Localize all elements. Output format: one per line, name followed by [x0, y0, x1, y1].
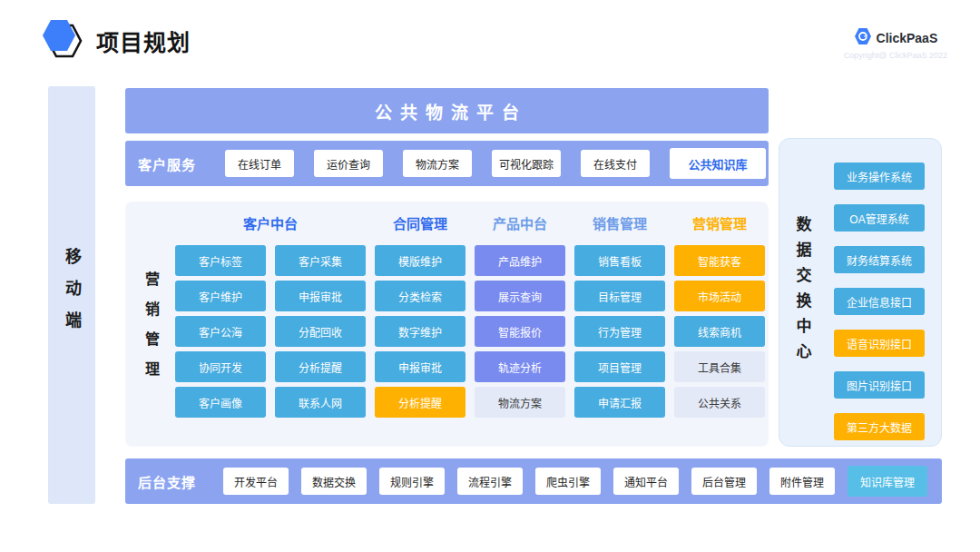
data-exchange-center-panel: 数据交换中心 业务操作系统 OA管理系统 财务结算系统 企业信息接口 语音识别接…: [779, 138, 942, 447]
hexagon-logo-icon: [42, 18, 85, 64]
header-marketing-management: 营销管理: [674, 212, 765, 232]
bs-button-notify-platform[interactable]: 通知平台: [613, 468, 679, 495]
grid-cell[interactable]: 客户公海: [175, 316, 266, 347]
marketing-management-side-label-wrap: 营销管理: [132, 245, 169, 418]
grid-column-headers: 客户中台 合同管理 产品中台 销售管理 营销管理: [175, 212, 765, 232]
bs-button-rule-engine[interactable]: 规则引擎: [379, 468, 445, 495]
backend-support-row: 后台支撑 开发平台 数据交换 规则引擎 流程引擎 爬虫引擎 通知平台 后台管理 …: [125, 458, 942, 504]
data-exchange-buttons: 业务操作系统 OA管理系统 财务结算系统 企业信息接口 语音识别接口 图片识别接…: [834, 163, 925, 440]
grid-cell[interactable]: 客户采集: [275, 245, 366, 276]
mobile-side-bar: 移动端: [48, 86, 95, 504]
bs-button-crawler-engine[interactable]: 爬虫引擎: [535, 468, 601, 495]
de-button-oa-management-system[interactable]: OA管理系统: [834, 204, 925, 232]
app-header: 项目规划: [42, 18, 191, 64]
banner-label: 公共物流平台: [367, 99, 527, 123]
page-title: 项目规划: [96, 25, 191, 57]
grid-cell[interactable]: 物流方案: [475, 387, 565, 418]
grid-cell[interactable]: 智能报价: [475, 316, 565, 347]
bs-button-dev-platform[interactable]: 开发平台: [223, 468, 289, 495]
grid-cell[interactable]: 项目管理: [574, 351, 665, 382]
grid-cell[interactable]: 市场活动: [674, 281, 765, 311]
header-contract-management: 合同管理: [375, 212, 466, 232]
public-logistics-platform-banner: 公共物流平台: [125, 88, 769, 133]
cs-button-visual-tracking[interactable]: 可视化跟踪: [492, 150, 561, 177]
customer-service-buttons: 在线订单 运价查询 物流方案 可视化跟踪 在线支付 公共知识库: [225, 148, 766, 179]
module-grid: 客户标签 客户采集 模版维护 产品维护 销售看板 智能获客 客户维护 申报审批 …: [175, 245, 765, 418]
grid-cell[interactable]: 公共关系: [674, 387, 765, 418]
grid-cell[interactable]: 工具合集: [674, 351, 765, 382]
data-exchange-center-label: 数据交换中心: [791, 216, 814, 369]
cs-button-logistics-plan[interactable]: 物流方案: [403, 150, 472, 177]
grid-cell[interactable]: 目标管理: [574, 281, 665, 311]
grid-cell[interactable]: 销售看板: [574, 245, 665, 276]
de-button-financial-settlement-system[interactable]: 财务结算系统: [834, 246, 925, 273]
grid-cell[interactable]: 申请汇报: [574, 387, 665, 418]
grid-cell[interactable]: 申报审批: [375, 351, 466, 382]
grid-cell[interactable]: 客户画像: [175, 387, 266, 418]
de-button-business-operation-system[interactable]: 业务操作系统: [834, 163, 925, 190]
grid-cell[interactable]: 分析提醒: [275, 351, 366, 382]
customer-service-row: 客户服务 在线订单 运价查询 物流方案 可视化跟踪 在线支付 公共知识库: [125, 141, 769, 186]
grid-cell[interactable]: 分析提醒: [375, 387, 466, 418]
customer-service-label: 客户服务: [138, 154, 196, 173]
grid-cell[interactable]: 产品维护: [475, 245, 565, 276]
bs-button-attachment-management[interactable]: 附件管理: [769, 468, 835, 495]
grid-cell[interactable]: 线索商机: [674, 316, 765, 347]
de-button-image-recognition-interface[interactable]: 图片识别接口: [834, 371, 925, 399]
grid-cell[interactable]: 模版维护: [375, 245, 466, 276]
brand-copyright: Copyright@ ClickPaaS 2022: [844, 51, 947, 60]
grid-cell[interactable]: 协同开发: [175, 351, 266, 382]
header-customer-middle-platform: 客户中台: [175, 212, 366, 232]
bs-button-data-exchange[interactable]: 数据交换: [301, 468, 367, 495]
grid-cell[interactable]: 分类检索: [375, 281, 466, 311]
brand-name: ClickPaaS: [877, 31, 938, 45]
grid-cell[interactable]: 申报审批: [275, 281, 366, 311]
grid-cell[interactable]: 客户维护: [175, 281, 266, 311]
grid-cell[interactable]: 行为管理: [574, 316, 665, 347]
backend-support-label: 后台支撑: [138, 472, 196, 491]
cs-button-online-order[interactable]: 在线订单: [225, 150, 294, 177]
bs-button-process-engine[interactable]: 流程引擎: [457, 468, 523, 495]
marketing-management-side-label: 营销管理: [140, 271, 162, 391]
grid-cell[interactable]: 分配回收: [275, 316, 366, 347]
de-button-voice-recognition-interface[interactable]: 语音识别接口: [834, 330, 925, 357]
de-button-enterprise-info-interface[interactable]: 企业信息接口: [834, 288, 925, 315]
backend-support-buttons: 开发平台 数据交换 规则引擎 流程引擎 爬虫引擎 通知平台 后台管理 附件管理 …: [223, 466, 927, 497]
cs-button-freight-query[interactable]: 运价查询: [314, 150, 383, 177]
cs-button-public-knowledge-base[interactable]: 公共知识库: [670, 148, 766, 179]
grid-cell[interactable]: 智能获客: [674, 245, 765, 276]
data-exchange-label-wrap: 数据交换中心: [789, 139, 816, 446]
brand-block: ClickPaaS Copyright@ ClickPaaS 2022: [844, 27, 947, 60]
clickpaas-logo-icon: [854, 27, 872, 49]
grid-cell[interactable]: 客户标签: [175, 245, 266, 276]
marketing-management-panel: 客户中台 合同管理 产品中台 销售管理 营销管理 营销管理 客户标签 客户采集 …: [125, 202, 769, 447]
grid-cell[interactable]: 数字维护: [375, 316, 466, 347]
bs-button-knowledge-base-management[interactable]: 知识库管理: [848, 466, 927, 497]
header-sales-management: 销售管理: [574, 212, 665, 232]
grid-cell[interactable]: 轨迹分析: [475, 351, 565, 382]
grid-cell[interactable]: 联系人网: [275, 387, 366, 418]
header-product-middle-platform: 产品中台: [475, 212, 565, 232]
bs-button-backend-management[interactable]: 后台管理: [691, 468, 757, 495]
grid-cell[interactable]: 展示查询: [475, 281, 565, 311]
cs-button-online-payment[interactable]: 在线支付: [581, 150, 650, 177]
de-button-third-party-big-data[interactable]: 第三方大数据: [834, 413, 925, 440]
mobile-side-label: 移动端: [60, 248, 83, 343]
